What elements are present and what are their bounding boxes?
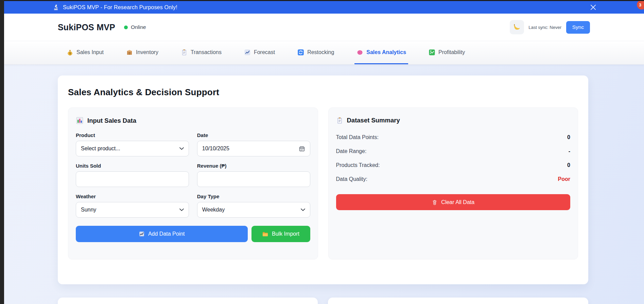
chevron-down-icon — [301, 208, 305, 211]
input-card-title: Input Sales Data — [87, 117, 136, 124]
summary-label: Data Quality: — [336, 176, 367, 182]
chart-yen-icon: ¥ — [429, 49, 435, 56]
tab-restocking[interactable]: Restocking — [295, 41, 336, 64]
sync-button[interactable]: Sync — [566, 21, 590, 34]
folder-icon — [262, 231, 268, 237]
brain-icon — [356, 49, 363, 56]
revenue-field-group: Revenue (₱) — [197, 163, 310, 187]
calendar-icon[interactable] — [299, 146, 305, 152]
revenue-label: Revenue (₱) — [197, 163, 310, 169]
date-field-group: Date 10/10/2025 — [197, 132, 310, 156]
product-field-group: Product Select product... — [76, 132, 189, 156]
chevron-down-icon — [179, 208, 184, 211]
summary-label: Total Data Points: — [336, 134, 379, 140]
window-top-edge — [0, 0, 644, 1]
date-input[interactable]: 10/10/2025 — [197, 141, 310, 156]
last-sync-label: Last sync: Never — [528, 25, 561, 30]
package-icon — [126, 49, 133, 56]
tab-sales-input[interactable]: $ Sales Input — [65, 41, 106, 64]
add-data-point-label: Add Data Point — [148, 231, 185, 237]
tab-label: Inventory — [136, 49, 158, 55]
units-sold-label: Units Sold — [76, 163, 189, 169]
microscope-icon — [53, 4, 59, 11]
clear-all-data-button[interactable]: Clear All Data — [336, 194, 571, 210]
input-sales-data-card: Input Sales Data Product Select product.… — [68, 107, 318, 259]
wastebasket-icon — [432, 199, 438, 205]
page-title: Sales Analytics & Decision Support — [68, 87, 578, 98]
summary-value: - — [569, 148, 570, 154]
svg-text:$: $ — [69, 52, 71, 55]
window-left-edge — [0, 0, 4, 304]
summary-row-date-range: Date Range: - — [336, 144, 571, 158]
tab-transactions[interactable]: Transactions — [179, 41, 224, 64]
online-status-dot-icon — [124, 26, 128, 29]
summary-row-products-tracked: Products Tracked: 0 — [336, 158, 571, 172]
bottom-right-card — [328, 298, 588, 304]
summary-row-data-quality: Data Quality: Poor — [336, 172, 571, 186]
day-type-field-group: Day Type Weekday — [197, 193, 310, 218]
close-icon[interactable] — [590, 4, 596, 10]
summary-value: 0 — [567, 162, 570, 168]
tab-label: Profitability — [438, 49, 465, 55]
day-type-select[interactable]: Weekday — [197, 202, 310, 218]
add-data-point-button[interactable]: Add Data Point — [76, 226, 248, 242]
summary-label: Products Tracked: — [336, 162, 380, 168]
tab-label: Sales Analytics — [366, 49, 406, 55]
bottom-left-card — [58, 298, 318, 304]
tab-profitability[interactable]: ¥ Profitability — [427, 41, 467, 64]
tab-bar: $ Sales Input Inventory — [4, 41, 644, 65]
product-label: Product — [76, 132, 189, 138]
weather-select[interactable]: Sunny — [76, 202, 189, 218]
weather-field-group: Weather Sunny — [76, 193, 189, 218]
units-sold-input[interactable] — [76, 171, 189, 187]
chart-increasing-icon — [244, 49, 251, 56]
date-label: Date — [197, 132, 310, 138]
units-field-group: Units Sold — [76, 163, 189, 187]
banana-icon — [510, 20, 524, 34]
research-banner: SukiPOS MVP - For Research Purposes Only… — [4, 1, 644, 14]
tab-inventory[interactable]: Inventory — [124, 41, 160, 64]
summary-row-total-points: Total Data Points: 0 — [336, 130, 571, 144]
bar-chart-icon — [76, 117, 84, 124]
app-title: SukiPOS MVP — [58, 22, 115, 32]
summary-label: Date Range: — [336, 148, 367, 154]
summary-value: 0 — [567, 134, 570, 140]
tab-forecast[interactable]: Forecast — [242, 41, 277, 64]
money-bag-icon: $ — [67, 49, 73, 56]
revenue-input[interactable] — [197, 171, 310, 187]
tab-label: Transactions — [191, 49, 222, 55]
date-input-value: 10/10/2025 — [202, 146, 299, 152]
arrows-cycle-icon — [297, 49, 304, 56]
clear-all-data-label: Clear All Data — [441, 199, 474, 205]
online-status: Online — [124, 24, 146, 30]
product-select[interactable]: Select product... — [76, 141, 189, 156]
tab-label: Forecast — [254, 49, 275, 55]
product-select-value: Select product... — [81, 146, 179, 152]
chevron-down-icon — [179, 147, 184, 150]
day-type-select-value: Weekday — [202, 207, 301, 213]
sales-analytics-panel: Sales Analytics & Decision Support Input… — [58, 75, 588, 284]
svg-text:¥: ¥ — [430, 50, 432, 52]
bulk-import-button[interactable]: Bulk Import — [251, 226, 310, 242]
app-header: SukiPOS MVP Online Last sync: Never Sync — [4, 14, 644, 41]
research-banner-title: SukiPOS MVP - For Research Purposes Only… — [63, 4, 177, 11]
clipboard-icon — [336, 117, 343, 124]
weather-label: Weather — [76, 193, 189, 199]
tab-label: Sales Input — [76, 49, 104, 55]
tab-label: Restocking — [307, 49, 334, 55]
chart-increasing-icon — [139, 231, 145, 237]
weather-select-value: Sunny — [81, 207, 179, 213]
tab-sales-analytics[interactable]: Sales Analytics — [354, 41, 408, 64]
day-type-label: Day Type — [197, 193, 310, 199]
summary-card-title: Dataset Summary — [347, 117, 400, 124]
online-status-label: Online — [131, 24, 146, 30]
clipboard-icon — [181, 49, 188, 56]
dataset-summary-card: Dataset Summary Total Data Points: 0 Dat… — [328, 107, 578, 259]
bulk-import-label: Bulk Import — [272, 231, 299, 237]
data-quality-badge: Poor — [558, 176, 570, 182]
notification-badge: 3 — [637, 0, 644, 10]
